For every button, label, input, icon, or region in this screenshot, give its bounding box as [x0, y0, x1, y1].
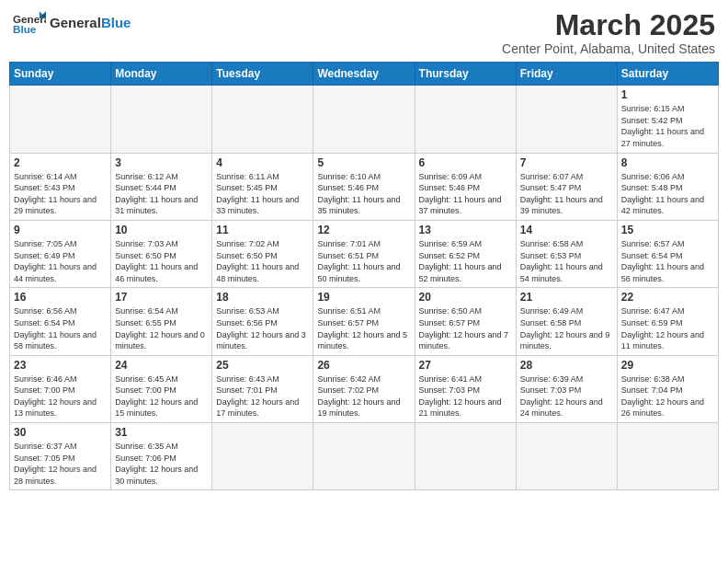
day-number: 21 [520, 291, 613, 304]
calendar-week-3: 9Sunrise: 7:05 AMSunset: 6:49 PMDaylight… [10, 220, 719, 287]
day-info: Sunrise: 6:53 AMSunset: 6:56 PMDaylight:… [216, 305, 309, 351]
calendar-cell: 5Sunrise: 6:10 AMSunset: 5:46 PMDaylight… [313, 153, 415, 220]
calendar-cell: 26Sunrise: 6:42 AMSunset: 7:02 PMDayligh… [313, 355, 415, 422]
day-number: 19 [317, 291, 410, 304]
weekday-header-row: SundayMondayTuesdayWednesdayThursdayFrid… [10, 63, 719, 86]
weekday-header-wednesday: Wednesday [313, 63, 415, 86]
day-number: 26 [317, 359, 410, 372]
calendar-cell: 23Sunrise: 6:46 AMSunset: 7:00 PMDayligh… [10, 355, 111, 422]
calendar-cell [617, 423, 718, 490]
day-number: 17 [115, 291, 208, 304]
day-info: Sunrise: 6:14 AMSunset: 5:43 PMDaylight:… [14, 171, 107, 217]
day-number: 20 [419, 291, 512, 304]
calendar-cell: 8Sunrise: 6:06 AMSunset: 5:48 PMDaylight… [617, 153, 718, 220]
calendar-table: SundayMondayTuesdayWednesdayThursdayFrid… [9, 62, 719, 490]
day-number: 25 [216, 359, 309, 372]
day-number: 24 [115, 359, 208, 372]
day-number: 18 [216, 291, 309, 304]
calendar-cell: 12Sunrise: 7:01 AMSunset: 6:51 PMDayligh… [313, 220, 415, 287]
day-info: Sunrise: 6:38 AMSunset: 7:04 PMDaylight:… [621, 373, 714, 419]
calendar-week-5: 23Sunrise: 6:46 AMSunset: 7:00 PMDayligh… [10, 355, 719, 422]
day-number: 1 [621, 88, 714, 101]
calendar-cell: 24Sunrise: 6:45 AMSunset: 7:00 PMDayligh… [111, 355, 212, 422]
day-info: Sunrise: 6:41 AMSunset: 7:03 PMDaylight:… [419, 373, 512, 419]
day-info: Sunrise: 6:37 AMSunset: 7:05 PMDaylight:… [14, 441, 107, 487]
logo-blue: Blue [101, 15, 131, 30]
day-info: Sunrise: 6:35 AMSunset: 7:06 PMDaylight:… [115, 441, 208, 487]
day-info: Sunrise: 6:49 AMSunset: 6:58 PMDaylight:… [520, 305, 613, 351]
day-info: Sunrise: 6:58 AMSunset: 6:53 PMDaylight:… [520, 238, 613, 284]
calendar-cell: 18Sunrise: 6:53 AMSunset: 6:56 PMDayligh… [212, 288, 313, 355]
day-info: Sunrise: 6:57 AMSunset: 6:54 PMDaylight:… [621, 238, 714, 284]
calendar-cell: 1Sunrise: 6:15 AMSunset: 5:42 PMDaylight… [617, 86, 718, 153]
day-number: 23 [14, 359, 107, 372]
day-info: Sunrise: 6:51 AMSunset: 6:57 PMDaylight:… [317, 305, 410, 351]
calendar-cell: 27Sunrise: 6:41 AMSunset: 7:03 PMDayligh… [415, 355, 516, 422]
calendar-cell: 9Sunrise: 7:05 AMSunset: 6:49 PMDaylight… [10, 220, 111, 287]
day-info: Sunrise: 6:47 AMSunset: 6:59 PMDaylight:… [621, 305, 714, 351]
day-info: Sunrise: 7:01 AMSunset: 6:51 PMDaylight:… [317, 238, 410, 284]
calendar-week-4: 16Sunrise: 6:56 AMSunset: 6:54 PMDayligh… [10, 288, 719, 355]
calendar-week-1: 1Sunrise: 6:15 AMSunset: 5:42 PMDaylight… [10, 86, 719, 153]
calendar-cell [212, 423, 313, 490]
day-number: 10 [115, 224, 208, 236]
day-number: 4 [216, 156, 309, 169]
day-number: 6 [419, 156, 512, 169]
calendar-cell: 20Sunrise: 6:50 AMSunset: 6:57 PMDayligh… [415, 288, 516, 355]
month-title: March 2025 [502, 9, 715, 41]
day-info: Sunrise: 6:42 AMSunset: 7:02 PMDaylight:… [317, 373, 410, 419]
day-number: 12 [317, 224, 410, 236]
calendar-cell: 3Sunrise: 6:12 AMSunset: 5:44 PMDaylight… [111, 153, 212, 220]
day-info: Sunrise: 7:02 AMSunset: 6:50 PMDaylight:… [216, 238, 309, 284]
calendar-cell [313, 423, 415, 490]
calendar-cell [111, 86, 212, 153]
logo-general: General [50, 15, 101, 30]
day-info: Sunrise: 6:09 AMSunset: 5:46 PMDaylight:… [419, 171, 512, 217]
calendar-cell: 19Sunrise: 6:51 AMSunset: 6:57 PMDayligh… [313, 288, 415, 355]
day-info: Sunrise: 6:06 AMSunset: 5:48 PMDaylight:… [621, 171, 714, 217]
weekday-header-tuesday: Tuesday [212, 63, 313, 86]
day-number: 9 [14, 224, 107, 236]
day-info: Sunrise: 6:45 AMSunset: 7:00 PMDaylight:… [115, 373, 208, 419]
day-number: 2 [14, 156, 107, 169]
calendar-cell: 21Sunrise: 6:49 AMSunset: 6:58 PMDayligh… [516, 288, 617, 355]
day-number: 30 [14, 426, 107, 439]
day-number: 15 [621, 224, 714, 236]
day-info: Sunrise: 6:07 AMSunset: 5:47 PMDaylight:… [520, 171, 613, 217]
day-number: 3 [115, 156, 208, 169]
day-info: Sunrise: 6:50 AMSunset: 6:57 PMDaylight:… [419, 305, 512, 351]
page-header: General Blue GeneralBlue March 2025 Cent… [9, 9, 719, 56]
day-info: Sunrise: 6:56 AMSunset: 6:54 PMDaylight:… [14, 305, 107, 351]
day-number: 8 [621, 156, 714, 169]
day-info: Sunrise: 7:05 AMSunset: 6:49 PMDaylight:… [14, 238, 107, 284]
weekday-header-thursday: Thursday [415, 63, 516, 86]
calendar-week-2: 2Sunrise: 6:14 AMSunset: 5:43 PMDaylight… [10, 153, 719, 220]
calendar-cell: 29Sunrise: 6:38 AMSunset: 7:04 PMDayligh… [617, 355, 718, 422]
calendar-cell: 31Sunrise: 6:35 AMSunset: 7:06 PMDayligh… [111, 423, 212, 490]
day-number: 29 [621, 359, 714, 372]
title-block: March 2025 Center Point, Alabama, United… [502, 9, 715, 56]
calendar-cell: 10Sunrise: 7:03 AMSunset: 6:50 PMDayligh… [111, 220, 212, 287]
calendar-cell: 4Sunrise: 6:11 AMSunset: 5:45 PMDaylight… [212, 153, 313, 220]
calendar-cell: 6Sunrise: 6:09 AMSunset: 5:46 PMDaylight… [415, 153, 516, 220]
day-number: 27 [419, 359, 512, 372]
svg-text:Blue: Blue [13, 23, 37, 35]
day-number: 31 [115, 426, 208, 439]
calendar-cell: 28Sunrise: 6:39 AMSunset: 7:03 PMDayligh… [516, 355, 617, 422]
day-info: Sunrise: 6:46 AMSunset: 7:00 PMDaylight:… [14, 373, 107, 419]
day-info: Sunrise: 6:12 AMSunset: 5:44 PMDaylight:… [115, 171, 208, 217]
weekday-header-friday: Friday [516, 63, 617, 86]
day-number: 7 [520, 156, 613, 169]
day-number: 22 [621, 291, 714, 304]
calendar-cell: 13Sunrise: 6:59 AMSunset: 6:52 PMDayligh… [415, 220, 516, 287]
calendar-cell: 15Sunrise: 6:57 AMSunset: 6:54 PMDayligh… [617, 220, 718, 287]
calendar-cell [516, 86, 617, 153]
day-number: 28 [520, 359, 613, 372]
weekday-header-saturday: Saturday [617, 63, 718, 86]
weekday-header-sunday: Sunday [10, 63, 111, 86]
day-number: 13 [419, 224, 512, 236]
calendar-cell [415, 86, 516, 153]
calendar-cell: 14Sunrise: 6:58 AMSunset: 6:53 PMDayligh… [516, 220, 617, 287]
day-number: 5 [317, 156, 410, 169]
day-info: Sunrise: 6:54 AMSunset: 6:55 PMDaylight:… [115, 305, 208, 351]
